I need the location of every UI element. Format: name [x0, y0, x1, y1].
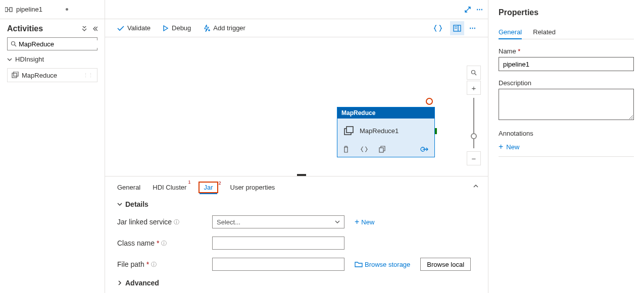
jar-linked-service-label: Jar linked service ⓘ [117, 218, 202, 226]
new-linked-service-button[interactable]: + New [355, 217, 374, 226]
collapse-all-icon[interactable] [82, 26, 88, 31]
expand-icon[interactable] [464, 6, 471, 13]
trigger-icon [203, 25, 210, 32]
zoom-slider[interactable] [473, 98, 474, 148]
chevron-down-icon [117, 202, 122, 207]
pipeline-icon [5, 6, 13, 13]
json-view-button[interactable] [431, 21, 445, 35]
toolbar-more-icon[interactable]: ⋯ [469, 24, 476, 32]
jar-linked-service-select[interactable]: Select... [212, 215, 344, 228]
browse-local-button[interactable]: Browse local [420, 258, 471, 271]
add-trigger-button[interactable]: Add trigger [203, 24, 245, 32]
tab-hdi-cluster[interactable]: HDI Cluster 1 [153, 182, 186, 193]
editor-tab-bar: pipeline1 [0, 0, 105, 19]
svg-rect-6 [14, 72, 18, 76]
tab-user-properties[interactable]: User properties [230, 182, 275, 193]
mapreduce-icon [12, 72, 19, 79]
play-icon [163, 25, 169, 31]
activity-label: MapReduce [22, 72, 57, 79]
svg-point-3 [12, 42, 15, 45]
collapse-panel-icon[interactable] [473, 184, 479, 189]
activities-sidebar: pipeline1 Activities [0, 0, 105, 293]
name-label: Name * [499, 47, 634, 55]
svg-point-17 [472, 71, 475, 74]
pipeline-name-input[interactable] [499, 57, 634, 71]
info-icon[interactable]: ⓘ [151, 261, 157, 268]
fit-icon[interactable] [467, 66, 481, 80]
activities-header: Activities [0, 19, 105, 37]
activity-config-panel: General HDI Cluster 1 Jar 2 User propert… [105, 176, 488, 293]
properties-toggle-button[interactable] [450, 21, 464, 35]
tab-general[interactable]: General [117, 182, 140, 193]
search-icon [11, 41, 17, 47]
file-path-input[interactable] [212, 258, 344, 271]
activity-item-mapreduce[interactable]: MapReduce ⋮⋮ [7, 68, 97, 82]
zoom-in-button[interactable]: + [467, 81, 481, 95]
properties-panel: Properties General Related Name * Descri… [488, 0, 644, 293]
info-icon[interactable]: ⓘ [161, 240, 167, 247]
unsaved-indicator-icon [66, 8, 68, 11]
debug-label: Debug [172, 24, 191, 32]
node-name: MapReduce1 [360, 127, 399, 135]
description-input[interactable] [499, 89, 634, 120]
activity-search[interactable] [7, 37, 97, 50]
description-label: Description [499, 79, 634, 87]
activities-title: Activities [7, 24, 43, 33]
slider-thumb[interactable] [471, 133, 477, 139]
advanced-section[interactable]: Advanced [117, 279, 476, 287]
check-icon [117, 25, 124, 31]
validate-label: Validate [127, 24, 151, 32]
activity-group[interactable]: HDInsight [0, 50, 105, 65]
properties-tab-general[interactable]: General [499, 25, 522, 39]
annotations-label: Annotations [499, 130, 634, 137]
activity-node-mapreduce[interactable]: MapReduce MapReduce1 [337, 107, 435, 157]
svg-line-18 [475, 74, 476, 75]
zoom-out-button[interactable]: − [467, 151, 481, 165]
activity-search-input[interactable] [19, 40, 104, 48]
more-icon[interactable]: ⋯ [476, 6, 483, 13]
chevron-down-icon [335, 220, 340, 224]
hide-panel-icon[interactable] [92, 26, 97, 31]
info-icon[interactable]: ⓘ [174, 218, 179, 226]
designer-panel: ⋯ Validate Debug Add trigger [105, 0, 488, 293]
validation-error-icon [426, 98, 433, 105]
error-badge: 2 [218, 181, 221, 186]
browse-storage-button[interactable]: Browse storage [355, 261, 410, 268]
properties-title: Properties [499, 8, 634, 17]
folder-icon [355, 261, 363, 267]
tab-jar[interactable]: Jar 2 [199, 182, 218, 193]
mapreduce-icon [343, 126, 355, 136]
drag-grip-icon: ⋮⋮ [83, 72, 93, 79]
validate-button[interactable]: Validate [117, 24, 151, 32]
class-name-label: Class name * ⓘ [117, 239, 202, 247]
svg-rect-5 [12, 73, 17, 78]
chevron-right-icon [117, 280, 122, 285]
config-tabs: General HDI Cluster 1 Jar 2 User propert… [117, 182, 476, 193]
file-path-label: File path * ⓘ [117, 260, 202, 268]
copy-icon[interactable] [379, 146, 386, 153]
add-trigger-label: Add trigger [213, 24, 245, 32]
svg-rect-1 [10, 8, 12, 12]
new-annotation-button[interactable]: + New [499, 142, 634, 157]
node-type-label: MapReduce [337, 107, 434, 119]
details-section[interactable]: Details [117, 200, 476, 208]
editor-tab[interactable]: pipeline1 [5, 6, 68, 13]
output-icon[interactable] [420, 146, 429, 152]
canvas-zoom-controls: + − [467, 66, 481, 165]
svg-rect-0 [5, 8, 8, 12]
chevron-down-icon [7, 57, 12, 62]
pipeline-canvas[interactable]: MapReduce MapReduce1 [105, 37, 488, 176]
error-badge: 1 [188, 180, 190, 185]
group-label: HDInsight [15, 55, 44, 63]
window-controls: ⋯ [105, 0, 488, 19]
delete-icon[interactable] [342, 146, 350, 153]
properties-tab-related[interactable]: Related [533, 25, 556, 39]
tab-title: pipeline1 [16, 6, 42, 13]
svg-line-4 [15, 45, 16, 46]
svg-rect-14 [346, 127, 353, 133]
code-icon[interactable] [361, 146, 368, 152]
debug-button[interactable]: Debug [163, 24, 191, 32]
svg-rect-15 [379, 148, 383, 152]
class-name-input[interactable] [212, 237, 344, 250]
pipeline-toolbar: Validate Debug Add trigger [105, 19, 488, 37]
